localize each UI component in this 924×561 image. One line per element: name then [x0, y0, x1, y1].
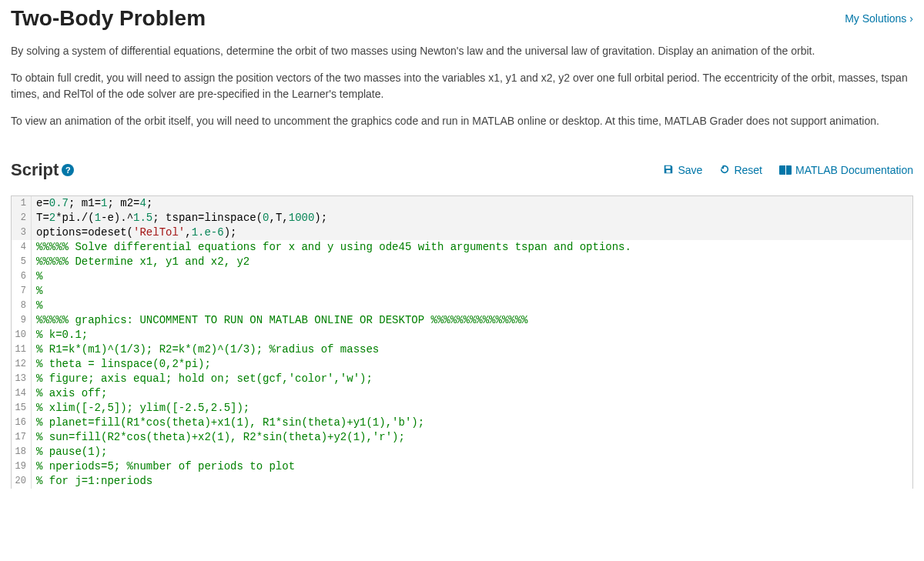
code-line[interactable]: 4%%%%% Solve differential equations for …: [12, 240, 912, 255]
code-content[interactable]: % pause(1);: [32, 445, 912, 459]
reset-icon: [719, 164, 730, 177]
save-button[interactable]: Save: [663, 164, 702, 177]
line-number: 12: [12, 357, 32, 372]
line-number: 13: [12, 372, 32, 386]
code-line[interactable]: 5%%%%% Determine x1, y1 and x2, y2: [12, 255, 912, 269]
code-line: 3options=odeset('RelTol',1.e-6);: [12, 225, 912, 240]
desc-paragraph: By solving a system of differential equa…: [11, 43, 913, 59]
docs-label: MATLAB Documentation: [795, 164, 913, 176]
code-line: 2T=2*pi./(1-e).^1.5; tspan=linspace(0,T,…: [12, 211, 912, 225]
code-content[interactable]: % sun=fill(R2*cos(theta)+x2(1), R2*sin(t…: [32, 430, 912, 445]
line-number: 11: [12, 342, 32, 357]
book-icon: [779, 165, 792, 175]
code-line[interactable]: 12% theta = linspace(0,2*pi);: [12, 357, 912, 372]
code-line[interactable]: 10% k=0.1;: [12, 328, 912, 342]
line-number: 10: [12, 328, 32, 342]
code-content[interactable]: % k=0.1;: [32, 328, 912, 342]
line-number: 2: [12, 211, 32, 225]
line-number: 20: [12, 474, 32, 489]
code-line: 1e=0.7; m1=1; m2=4;: [12, 196, 912, 211]
code-content: T=2*pi./(1-e).^1.5; tspan=linspace(0,T,1…: [32, 211, 912, 225]
code-content[interactable]: % theta = linspace(0,2*pi);: [32, 357, 912, 372]
line-number: 9: [12, 313, 32, 328]
code-line[interactable]: 17% sun=fill(R2*cos(theta)+x2(1), R2*sin…: [12, 430, 912, 445]
code-line[interactable]: 11% R1=k*(m1)^(1/3); R2=k*(m2)^(1/3); %r…: [12, 342, 912, 357]
code-content[interactable]: % axis off;: [32, 386, 912, 401]
code-content[interactable]: %%%%% Determine x1, y1 and x2, y2: [32, 255, 912, 269]
code-content[interactable]: %%%%% graphics: UNCOMMENT TO RUN ON MATL…: [32, 313, 912, 328]
code-line[interactable]: 13% figure; axis equal; hold on; set(gcf…: [12, 372, 912, 386]
line-number: 18: [12, 445, 32, 459]
line-number: 6: [12, 269, 32, 284]
code-line[interactable]: 9%%%%% graphics: UNCOMMENT TO RUN ON MAT…: [12, 313, 912, 328]
page-title: Two-Body Problem: [11, 6, 206, 31]
code-content[interactable]: % figure; axis equal; hold on; set(gcf,'…: [32, 372, 912, 386]
line-number: 8: [12, 299, 32, 313]
code-content[interactable]: %: [32, 299, 912, 313]
problem-description: By solving a system of differential equa…: [11, 43, 913, 129]
line-number: 17: [12, 430, 32, 445]
code-line[interactable]: 18% pause(1);: [12, 445, 912, 459]
code-editor[interactable]: 1e=0.7; m1=1; m2=4;2T=2*pi./(1-e).^1.5; …: [11, 195, 913, 489]
line-number: 4: [12, 240, 32, 255]
line-number: 3: [12, 225, 32, 240]
my-solutions-link[interactable]: My Solutions ›: [845, 12, 913, 25]
line-number: 5: [12, 255, 32, 269]
save-icon: [663, 164, 674, 177]
code-content[interactable]: %%%%% Solve differential equations for x…: [32, 240, 912, 255]
save-label: Save: [678, 164, 702, 176]
my-solutions-label: My Solutions: [845, 12, 906, 25]
line-number: 19: [12, 459, 32, 474]
script-heading: Script: [11, 160, 59, 180]
code-line[interactable]: 7%: [12, 284, 912, 299]
desc-paragraph: To obtain full credit, you will need to …: [11, 70, 913, 102]
code-content[interactable]: % R1=k*(m1)^(1/3); R2=k*(m2)^(1/3); %rad…: [32, 342, 912, 357]
code-line[interactable]: 15% xlim([-2,5]); ylim([-2.5,2.5]);: [12, 401, 912, 416]
line-number: 1: [12, 196, 32, 211]
line-number: 16: [12, 416, 32, 430]
code-line[interactable]: 8%: [12, 299, 912, 313]
code-content: options=odeset('RelTol',1.e-6);: [32, 225, 912, 240]
desc-paragraph: To view an animation of the orbit itself…: [11, 113, 913, 129]
code-content[interactable]: % nperiods=5; %number of periods to plot: [32, 459, 912, 474]
line-number: 14: [12, 386, 32, 401]
help-icon[interactable]: ?: [62, 164, 74, 176]
line-number: 15: [12, 401, 32, 416]
reset-label: Reset: [734, 164, 762, 176]
code-line[interactable]: 14% axis off;: [12, 386, 912, 401]
code-line[interactable]: 19% nperiods=5; %number of periods to pl…: [12, 459, 912, 474]
matlab-docs-link[interactable]: MATLAB Documentation: [779, 164, 913, 176]
code-content[interactable]: % xlim([-2,5]); ylim([-2.5,2.5]);: [32, 401, 912, 416]
code-line[interactable]: 16% planet=fill(R1*cos(theta)+x1(1), R1*…: [12, 416, 912, 430]
code-content[interactable]: % planet=fill(R1*cos(theta)+x1(1), R1*si…: [32, 416, 912, 430]
code-content[interactable]: % for j=1:nperiods: [32, 474, 912, 489]
code-content: e=0.7; m1=1; m2=4;: [32, 196, 912, 211]
reset-button[interactable]: Reset: [719, 164, 762, 177]
code-line[interactable]: 6%: [12, 269, 912, 284]
code-line[interactable]: 20% for j=1:nperiods: [12, 474, 912, 489]
line-number: 7: [12, 284, 32, 299]
code-content[interactable]: %: [32, 284, 912, 299]
chevron-right-icon: ›: [909, 12, 913, 25]
code-content[interactable]: %: [32, 269, 912, 284]
